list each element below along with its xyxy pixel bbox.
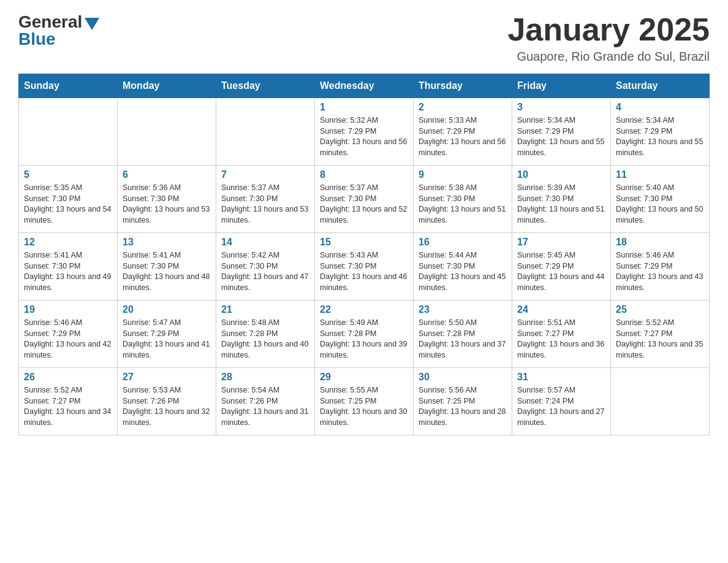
day-info: Sunrise: 5:49 AMSunset: 7:28 PMDaylight:…: [320, 318, 408, 361]
col-friday: Friday: [512, 74, 611, 98]
day-number: 23: [419, 304, 507, 315]
col-tuesday: Tuesday: [216, 74, 315, 98]
logo-triangle-icon: [85, 18, 99, 30]
title-section: January 2025 Guapore, Rio Grande do Sul,…: [507, 12, 710, 64]
day-number: 7: [221, 169, 309, 180]
day-info: Sunrise: 5:37 AMSunset: 7:30 PMDaylight:…: [221, 183, 309, 226]
day-cell: 6Sunrise: 5:36 AMSunset: 7:30 PMDaylight…: [118, 166, 216, 233]
day-number: 29: [320, 372, 408, 383]
day-number: 15: [320, 237, 408, 248]
day-cell: 10Sunrise: 5:39 AMSunset: 7:30 PMDayligh…: [512, 166, 611, 233]
col-sunday: Sunday: [19, 74, 118, 98]
day-cell: 5Sunrise: 5:35 AMSunset: 7:30 PMDaylight…: [19, 166, 118, 233]
day-cell: 31Sunrise: 5:57 AMSunset: 7:24 PMDayligh…: [512, 368, 611, 435]
calendar-table: Sunday Monday Tuesday Wednesday Thursday…: [18, 74, 710, 435]
day-info: Sunrise: 5:52 AMSunset: 7:27 PMDaylight:…: [24, 385, 112, 428]
day-info: Sunrise: 5:32 AMSunset: 7:29 PMDaylight:…: [320, 115, 408, 158]
col-thursday: Thursday: [414, 74, 512, 98]
day-info: Sunrise: 5:48 AMSunset: 7:28 PMDaylight:…: [221, 318, 309, 361]
day-number: 11: [616, 169, 704, 180]
day-number: 28: [221, 372, 309, 383]
week-row-1: 1Sunrise: 5:32 AMSunset: 7:29 PMDaylight…: [19, 98, 710, 166]
day-cell: 23Sunrise: 5:50 AMSunset: 7:28 PMDayligh…: [414, 301, 512, 368]
day-cell: 15Sunrise: 5:43 AMSunset: 7:30 PMDayligh…: [315, 233, 414, 301]
day-number: 14: [221, 237, 309, 248]
day-cell: 8Sunrise: 5:37 AMSunset: 7:30 PMDaylight…: [315, 166, 414, 233]
day-number: 30: [419, 372, 507, 383]
day-cell: 19Sunrise: 5:46 AMSunset: 7:29 PMDayligh…: [19, 301, 118, 368]
location-subtitle: Guapore, Rio Grande do Sul, Brazil: [507, 50, 710, 64]
day-cell: 9Sunrise: 5:38 AMSunset: 7:30 PMDaylight…: [414, 166, 512, 233]
day-cell: 28Sunrise: 5:54 AMSunset: 7:26 PMDayligh…: [216, 368, 315, 435]
day-cell: 13Sunrise: 5:41 AMSunset: 7:30 PMDayligh…: [118, 233, 216, 301]
day-info: Sunrise: 5:44 AMSunset: 7:30 PMDaylight:…: [419, 250, 507, 293]
day-cell: 14Sunrise: 5:42 AMSunset: 7:30 PMDayligh…: [216, 233, 315, 301]
day-info: Sunrise: 5:50 AMSunset: 7:28 PMDaylight:…: [419, 318, 507, 361]
day-number: 20: [123, 304, 211, 315]
week-row-4: 19Sunrise: 5:46 AMSunset: 7:29 PMDayligh…: [19, 301, 710, 368]
day-cell: 17Sunrise: 5:45 AMSunset: 7:29 PMDayligh…: [512, 233, 611, 301]
logo-blue-text: Blue: [18, 29, 56, 49]
day-info: Sunrise: 5:51 AMSunset: 7:27 PMDaylight:…: [517, 318, 605, 361]
day-cell: 25Sunrise: 5:52 AMSunset: 7:27 PMDayligh…: [611, 301, 710, 368]
day-cell: [216, 98, 315, 166]
day-number: 10: [517, 169, 605, 180]
day-info: Sunrise: 5:42 AMSunset: 7:30 PMDaylight:…: [221, 250, 309, 293]
calendar-body: 1Sunrise: 5:32 AMSunset: 7:29 PMDaylight…: [19, 98, 710, 435]
day-info: Sunrise: 5:46 AMSunset: 7:29 PMDaylight:…: [616, 250, 704, 293]
day-info: Sunrise: 5:41 AMSunset: 7:30 PMDaylight:…: [123, 250, 211, 293]
day-cell: 30Sunrise: 5:56 AMSunset: 7:25 PMDayligh…: [414, 368, 512, 435]
day-number: 8: [320, 169, 408, 180]
day-number: 9: [419, 169, 507, 180]
day-cell: [19, 98, 118, 166]
day-cell: 18Sunrise: 5:46 AMSunset: 7:29 PMDayligh…: [611, 233, 710, 301]
day-info: Sunrise: 5:54 AMSunset: 7:26 PMDaylight:…: [221, 385, 309, 428]
day-number: 1: [320, 102, 408, 113]
calendar-header: Sunday Monday Tuesday Wednesday Thursday…: [19, 74, 710, 98]
day-info: Sunrise: 5:35 AMSunset: 7:30 PMDaylight:…: [24, 183, 112, 226]
day-info: Sunrise: 5:57 AMSunset: 7:24 PMDaylight:…: [517, 385, 605, 428]
day-cell: [118, 98, 216, 166]
day-cell: 29Sunrise: 5:55 AMSunset: 7:25 PMDayligh…: [315, 368, 414, 435]
day-number: 16: [419, 237, 507, 248]
page-header: General Blue January 2025 Guapore, Rio G…: [18, 12, 710, 64]
day-info: Sunrise: 5:52 AMSunset: 7:27 PMDaylight:…: [616, 318, 704, 361]
day-number: 5: [24, 169, 112, 180]
day-info: Sunrise: 5:39 AMSunset: 7:30 PMDaylight:…: [517, 183, 605, 226]
day-number: 3: [517, 102, 605, 113]
day-number: 13: [123, 237, 211, 248]
day-number: 24: [517, 304, 605, 315]
day-info: Sunrise: 5:45 AMSunset: 7:29 PMDaylight:…: [517, 250, 605, 293]
day-info: Sunrise: 5:56 AMSunset: 7:25 PMDaylight:…: [419, 385, 507, 428]
day-info: Sunrise: 5:34 AMSunset: 7:29 PMDaylight:…: [616, 115, 704, 158]
day-info: Sunrise: 5:40 AMSunset: 7:30 PMDaylight:…: [616, 183, 704, 226]
day-cell: 7Sunrise: 5:37 AMSunset: 7:30 PMDaylight…: [216, 166, 315, 233]
day-number: 17: [517, 237, 605, 248]
day-number: 12: [24, 237, 112, 248]
day-number: 6: [123, 169, 211, 180]
logo: General Blue: [18, 12, 99, 49]
day-cell: 26Sunrise: 5:52 AMSunset: 7:27 PMDayligh…: [19, 368, 118, 435]
day-info: Sunrise: 5:38 AMSunset: 7:30 PMDaylight:…: [419, 183, 507, 226]
col-wednesday: Wednesday: [315, 74, 414, 98]
day-number: 27: [123, 372, 211, 383]
day-number: 21: [221, 304, 309, 315]
week-row-5: 26Sunrise: 5:52 AMSunset: 7:27 PMDayligh…: [19, 368, 710, 435]
day-cell: 11Sunrise: 5:40 AMSunset: 7:30 PMDayligh…: [611, 166, 710, 233]
week-row-2: 5Sunrise: 5:35 AMSunset: 7:30 PMDaylight…: [19, 166, 710, 233]
day-info: Sunrise: 5:46 AMSunset: 7:29 PMDaylight:…: [24, 318, 112, 361]
day-info: Sunrise: 5:41 AMSunset: 7:30 PMDaylight:…: [24, 250, 112, 293]
day-info: Sunrise: 5:43 AMSunset: 7:30 PMDaylight:…: [320, 250, 408, 293]
day-info: Sunrise: 5:53 AMSunset: 7:26 PMDaylight:…: [123, 385, 211, 428]
month-title: January 2025: [507, 12, 710, 47]
day-cell: [611, 368, 710, 435]
day-number: 25: [616, 304, 704, 315]
col-saturday: Saturday: [611, 74, 710, 98]
day-info: Sunrise: 5:47 AMSunset: 7:29 PMDaylight:…: [123, 318, 211, 361]
day-cell: 3Sunrise: 5:34 AMSunset: 7:29 PMDaylight…: [512, 98, 611, 166]
week-row-3: 12Sunrise: 5:41 AMSunset: 7:30 PMDayligh…: [19, 233, 710, 301]
day-cell: 4Sunrise: 5:34 AMSunset: 7:29 PMDaylight…: [611, 98, 710, 166]
day-cell: 21Sunrise: 5:48 AMSunset: 7:28 PMDayligh…: [216, 301, 315, 368]
day-cell: 12Sunrise: 5:41 AMSunset: 7:30 PMDayligh…: [19, 233, 118, 301]
day-cell: 16Sunrise: 5:44 AMSunset: 7:30 PMDayligh…: [414, 233, 512, 301]
